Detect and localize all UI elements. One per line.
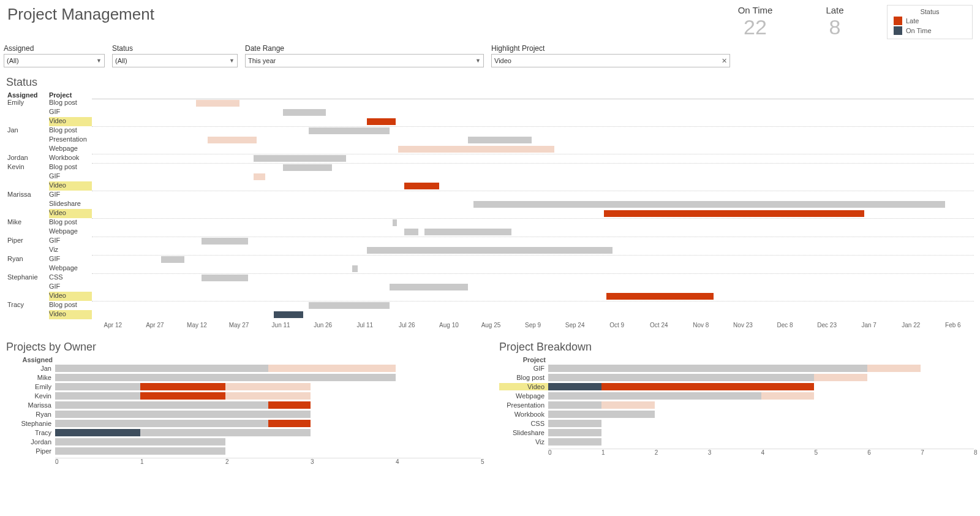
gantt-bar[interactable] (161, 256, 184, 263)
bar-segment[interactable] (55, 383, 140, 390)
gantt-row[interactable]: StephanieCSS (6, 273, 974, 283)
gantt-bar[interactable] (367, 118, 396, 125)
gantt-bar[interactable] (274, 311, 303, 318)
gantt-bar[interactable] (367, 247, 612, 254)
bar-segment[interactable] (55, 438, 225, 446)
bar-segment[interactable] (548, 438, 601, 446)
gantt-bar[interactable] (352, 265, 358, 272)
gantt-row[interactable]: MikeBlog post (6, 218, 974, 227)
gantt-bar[interactable] (309, 127, 390, 134)
bar-segment[interactable] (268, 401, 311, 409)
bar-segment[interactable] (548, 392, 761, 400)
bar-row[interactable]: Ryan (6, 409, 481, 419)
bar-segment[interactable] (548, 401, 601, 409)
bar-row[interactable]: Kevin (6, 391, 481, 400)
legend-item[interactable]: On Time (894, 26, 966, 35)
bar-segment[interactable] (140, 392, 225, 400)
bar-segment[interactable] (55, 411, 311, 418)
gantt-row[interactable]: GIF (6, 283, 974, 292)
projects-by-owner-chart[interactable]: Projects by Owner Assigned JanMikeEmilyK… (6, 335, 481, 465)
gantt-row[interactable]: Video (6, 181, 974, 191)
bar-row[interactable]: Piper (6, 446, 481, 455)
gantt-row[interactable]: Slideshare (6, 200, 974, 209)
gantt-bar[interactable] (398, 146, 554, 153)
bar-segment[interactable] (225, 392, 311, 400)
filter-status-select[interactable]: (All) ▼ (112, 54, 238, 67)
bar-segment[interactable] (548, 365, 867, 372)
bar-row[interactable]: Blog post (499, 373, 974, 382)
gantt-bar[interactable] (468, 137, 532, 143)
gantt-row[interactable]: KevinBlog post (6, 163, 974, 172)
bar-row[interactable]: CSS (499, 419, 974, 428)
bar-row[interactable]: Slideshare (499, 428, 974, 437)
filter-assigned-select[interactable]: (All) ▼ (4, 54, 105, 67)
gantt-row[interactable]: JanBlog post (6, 126, 974, 135)
bar-row[interactable]: GIF (499, 363, 974, 373)
gantt-bar[interactable] (390, 284, 467, 290)
gantt-bar[interactable] (202, 238, 248, 245)
gantt-row[interactable]: Video (6, 310, 974, 319)
bar-segment[interactable] (55, 365, 268, 372)
clear-icon[interactable]: ✕ (722, 57, 727, 65)
gantt-row[interactable]: JordanWorkbook (6, 154, 974, 163)
gantt-row[interactable]: TracyBlog post (6, 301, 974, 310)
gantt-row[interactable]: Video (6, 209, 974, 218)
bar-segment[interactable] (55, 401, 268, 409)
filter-highlight-input[interactable]: Video ✕ (491, 54, 730, 67)
bar-row[interactable]: Video (499, 382, 974, 391)
bar-segment[interactable] (140, 429, 311, 436)
bar-row[interactable]: Workbook (499, 409, 974, 419)
bar-segment[interactable] (761, 392, 815, 400)
gantt-bar[interactable] (202, 275, 248, 281)
bar-segment[interactable] (814, 374, 867, 381)
bar-segment[interactable] (55, 429, 140, 436)
gantt-row[interactable]: Video (6, 117, 974, 126)
project-breakdown-chart[interactable]: Project Breakdown Project GIFBlog postVi… (499, 335, 974, 465)
gantt-row[interactable]: Viz (6, 246, 974, 255)
gantt-row[interactable]: PiperGIF (6, 237, 974, 246)
gantt-bar[interactable] (604, 210, 864, 217)
bar-segment[interactable] (225, 383, 311, 390)
legend-item[interactable]: Late (894, 17, 966, 25)
bar-row[interactable]: Tracy (6, 428, 481, 437)
gantt-row[interactable]: Webpage (6, 264, 974, 273)
bar-row[interactable]: Viz (499, 437, 974, 446)
bar-segment[interactable] (55, 374, 396, 381)
bar-row[interactable]: Webpage (499, 391, 974, 400)
gantt-bar[interactable] (208, 137, 257, 143)
gantt-row[interactable]: GIF (6, 108, 974, 117)
gantt-row[interactable]: Webpage (6, 227, 974, 237)
bar-segment[interactable] (268, 420, 311, 427)
gantt-chart[interactable]: Assigned Project EmilyBlog postGIFVideoJ… (0, 91, 980, 328)
gantt-row[interactable]: Presentation (6, 135, 974, 145)
gantt-bar[interactable] (254, 155, 346, 162)
bar-segment[interactable] (55, 392, 140, 400)
bar-segment[interactable] (55, 420, 268, 427)
gantt-bar[interactable] (424, 229, 511, 235)
gantt-row[interactable]: Video (6, 292, 974, 301)
gantt-bar[interactable] (283, 164, 332, 171)
bar-segment[interactable] (601, 401, 655, 409)
gantt-row[interactable]: GIF (6, 172, 974, 181)
bar-segment[interactable] (548, 383, 601, 390)
gantt-row[interactable]: EmilyBlog post (6, 99, 974, 108)
bar-row[interactable]: Presentation (499, 400, 974, 409)
bar-row[interactable]: Jan (6, 363, 481, 373)
bar-segment[interactable] (548, 374, 814, 381)
gantt-row[interactable]: Webpage (6, 145, 974, 154)
gantt-bar[interactable] (254, 173, 265, 180)
filter-daterange-select[interactable]: This year ▼ (245, 54, 484, 67)
gantt-bar[interactable] (283, 109, 326, 116)
bar-segment[interactable] (867, 365, 921, 372)
bar-row[interactable]: Emily (6, 382, 481, 391)
bar-row[interactable]: Jordan (6, 437, 481, 446)
gantt-bar[interactable] (473, 201, 945, 208)
bar-row[interactable]: Mike (6, 373, 481, 382)
gantt-row[interactable]: MarissaGIF (6, 191, 974, 200)
bar-segment[interactable] (55, 447, 225, 455)
gantt-bar[interactable] (196, 100, 239, 107)
gantt-bar[interactable] (404, 183, 439, 189)
bar-segment[interactable] (140, 383, 225, 390)
bar-row[interactable]: Stephanie (6, 419, 481, 428)
gantt-bar[interactable] (606, 293, 714, 300)
